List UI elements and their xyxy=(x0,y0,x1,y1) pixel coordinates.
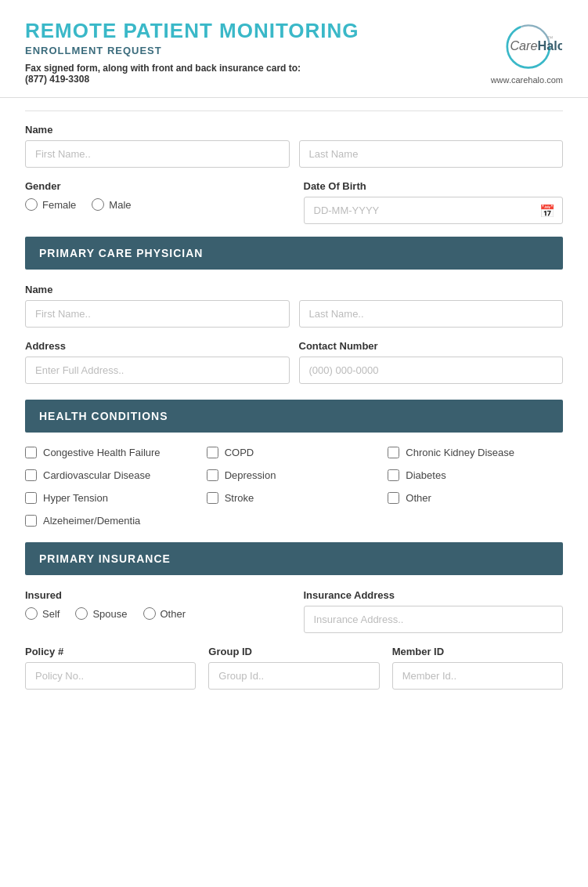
checkbox-alzheimer[interactable] xyxy=(25,515,37,527)
checkbox-ckd[interactable] xyxy=(388,447,399,458)
address-input[interactable] xyxy=(25,357,290,384)
checkbox-diabetes[interactable] xyxy=(388,469,399,481)
fax-info: Fax signed form, along with front and ba… xyxy=(25,63,359,85)
address-group: Address xyxy=(25,340,290,384)
form-body: Name Gender Female Male xyxy=(0,98,588,702)
gender-female-option[interactable]: Female xyxy=(25,198,76,211)
policy-label: Policy # xyxy=(25,646,196,657)
condition-diabetes[interactable]: Diabetes xyxy=(388,469,563,481)
patient-lastname-input[interactable] xyxy=(299,140,564,168)
svg-text:™: ™ xyxy=(547,35,553,42)
insured-other-option[interactable]: Other xyxy=(143,607,186,620)
page-header: REMOTE PATIENT MONITORING ENROLLMENT REQ… xyxy=(0,0,588,98)
gender-male-label: Male xyxy=(109,199,131,211)
dob-input[interactable] xyxy=(304,197,564,224)
condition-depression[interactable]: Depression xyxy=(207,469,382,481)
member-input[interactable] xyxy=(392,662,563,690)
insured-spouse-option[interactable]: Spouse xyxy=(75,607,127,620)
patient-name-group: Name xyxy=(25,124,563,168)
insured-spouse-radio[interactable] xyxy=(75,607,88,620)
contact-input[interactable] xyxy=(299,357,564,384)
insured-self-option[interactable]: Self xyxy=(25,607,60,620)
physician-name-label: Name xyxy=(25,284,563,295)
checkbox-stroke[interactable] xyxy=(207,492,218,504)
condition-hypertension-label: Hyper Tension xyxy=(43,492,108,504)
checkbox-copd[interactable] xyxy=(207,447,218,458)
fax-number: (877) 419-3308 xyxy=(25,74,89,85)
physician-lastname-input[interactable] xyxy=(299,300,564,328)
gender-female-label: Female xyxy=(42,199,76,211)
calendar-icon: 📅 xyxy=(539,203,555,218)
insured-self-label: Self xyxy=(42,608,60,620)
checkbox-congestive[interactable] xyxy=(25,447,37,458)
health-section-header: HEALTH CONDITIONS xyxy=(25,400,563,433)
insured-self-radio[interactable] xyxy=(25,607,38,620)
gender-dob-row: Gender Female Male Date Of Birth 📅 xyxy=(25,180,563,224)
gender-label: Gender xyxy=(25,180,285,192)
contact-group: Contact Number xyxy=(299,340,564,384)
insured-group: Insured Self Spouse Other xyxy=(25,589,285,620)
patient-lastname-wrapper xyxy=(299,140,564,168)
gender-radio-group: Female Male xyxy=(25,198,285,211)
fax-line1: Fax signed form, along with front and ba… xyxy=(25,63,301,74)
member-group: Member ID xyxy=(392,646,563,690)
logo-url: www.carehalo.com xyxy=(491,75,563,85)
condition-alzheimer-label: Alzeheimer/Dementia xyxy=(43,515,140,527)
condition-copd[interactable]: COPD xyxy=(207,447,382,458)
condition-stroke[interactable]: Stroke xyxy=(207,492,382,504)
checkbox-hypertension[interactable] xyxy=(25,492,37,504)
insurance-address-label: Insurance Address xyxy=(304,589,564,601)
physician-section-header: PRIMARY CARE PHYSICIAN xyxy=(25,237,563,270)
condition-other[interactable]: Other xyxy=(388,492,563,504)
checkbox-depression[interactable] xyxy=(207,469,218,481)
header-divider xyxy=(25,110,563,111)
gender-male-option[interactable]: Male xyxy=(92,198,131,211)
patient-firstname-wrapper xyxy=(25,140,290,168)
physician-firstname-wrapper xyxy=(25,300,290,328)
condition-alzheimer[interactable]: Alzeheimer/Dementia xyxy=(25,515,200,527)
physician-name-inputs xyxy=(25,300,563,328)
group-input[interactable] xyxy=(208,662,379,690)
header-left: REMOTE PATIENT MONITORING ENROLLMENT REQ… xyxy=(25,19,359,85)
page-title: REMOTE PATIENT MONITORING xyxy=(25,19,359,43)
physician-firstname-input[interactable] xyxy=(25,300,290,328)
address-contact-row: Address Contact Number xyxy=(25,340,563,384)
condition-copd-label: COPD xyxy=(225,447,254,458)
condition-cardiovascular[interactable]: Cardiovascular Disease xyxy=(25,469,200,481)
dob-group: Date Of Birth 📅 xyxy=(304,180,564,224)
insured-spouse-label: Spouse xyxy=(92,608,127,620)
condition-hypertension[interactable]: Hyper Tension xyxy=(25,492,200,504)
insured-radio-group: Self Spouse Other xyxy=(25,607,285,620)
condition-ckd[interactable]: Chronic Kidney Disease xyxy=(388,447,563,458)
contact-label: Contact Number xyxy=(299,340,564,352)
condition-depression-label: Depression xyxy=(225,469,276,481)
health-section: HEALTH CONDITIONS Congestive Health Fail… xyxy=(25,400,563,527)
insurance-address-group: Insurance Address xyxy=(304,589,564,633)
condition-cardiovascular-label: Cardiovascular Disease xyxy=(43,469,150,481)
member-label: Member ID xyxy=(392,646,563,657)
checkbox-other[interactable] xyxy=(388,492,399,504)
condition-congestive[interactable]: Congestive Health Failure xyxy=(25,447,200,458)
insured-other-label: Other xyxy=(161,608,186,620)
insured-other-radio[interactable] xyxy=(143,607,156,620)
gender-female-radio[interactable] xyxy=(25,198,38,211)
condition-congestive-label: Congestive Health Failure xyxy=(43,447,161,458)
checkbox-cardiovascular[interactable] xyxy=(25,469,37,481)
policy-input[interactable] xyxy=(25,662,196,690)
insurance-section-header: PRIMARY INSURANCE xyxy=(25,542,563,575)
gender-male-radio[interactable] xyxy=(92,198,104,211)
patient-firstname-input[interactable] xyxy=(25,140,290,168)
insurance-address-input[interactable] xyxy=(304,606,564,633)
dob-input-wrapper: 📅 xyxy=(304,197,564,224)
condition-stroke-label: Stroke xyxy=(225,492,254,504)
patient-name-label: Name xyxy=(25,124,563,136)
physician-lastname-wrapper xyxy=(299,300,564,328)
insurance-section: PRIMARY INSURANCE Insured Self Spouse Ot xyxy=(25,542,563,690)
physician-name-group: Name xyxy=(25,284,563,328)
insured-insurance-row: Insured Self Spouse Other xyxy=(25,589,563,633)
policy-group: Policy # xyxy=(25,646,196,690)
insured-label: Insured xyxy=(25,589,285,601)
address-label: Address xyxy=(25,340,290,352)
logo-area: CareHalo ™ www.carehalo.com xyxy=(491,19,563,85)
carehalo-logo: CareHalo ™ xyxy=(492,19,562,74)
